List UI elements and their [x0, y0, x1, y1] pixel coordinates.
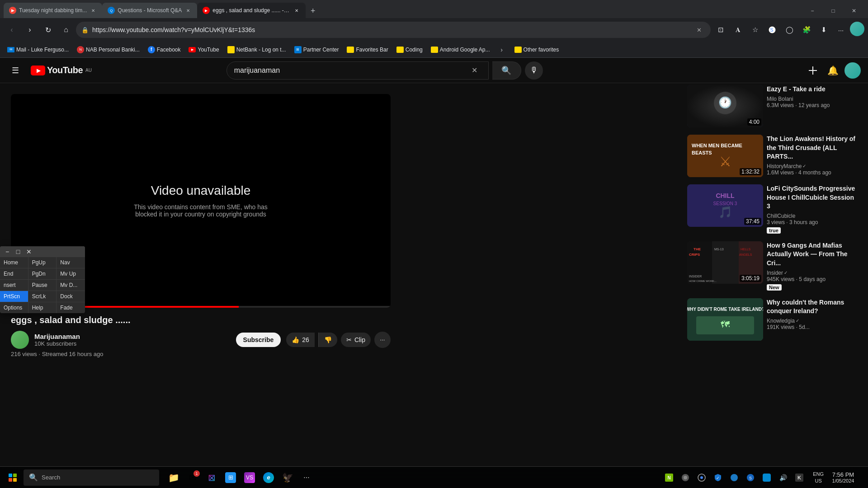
home-button[interactable]: ⌂ [58, 22, 74, 38]
taskbar-language[interactable]: ENG US [811, 471, 826, 484]
bookmark-android[interactable]: Android Google Ap... [427, 44, 494, 56]
taskbar-icon-store[interactable]: ⊠ [203, 469, 221, 487]
taskbar-icon-game[interactable]: 🦅 [278, 469, 297, 487]
popup-cell-home[interactable]: Home [0, 257, 28, 268]
bookmark-nab[interactable]: N NAB Personal Banki... [73, 44, 143, 56]
taskbar-clock[interactable]: 7:56 PM 1/05/2024 [827, 471, 859, 483]
tab-2[interactable]: Q Questions - Microsoft Q&A ✕ [102, 3, 197, 18]
bookmark-mail[interactable]: ✉ Mail - Luke Ferguso... [4, 44, 72, 56]
popup-cell-fade[interactable]: Fade [57, 302, 85, 313]
tab-1[interactable]: ▶ Tuesday night dabbing tim... ✕ [4, 3, 102, 18]
split-screen-button[interactable]: ⊡ [712, 22, 729, 38]
taskbar-icon-mail[interactable]: ✉ 1 [184, 469, 202, 487]
popup-cell-mvd[interactable]: Mv D... [57, 280, 85, 291]
taskbar-corner-button[interactable] [861, 469, 864, 487]
popup-cell-mvup[interactable]: Mv Up [57, 268, 85, 279]
sidebar-video-3[interactable]: CHILL SESSION 3 🎵 37:45 LoFi CitySounds … [685, 183, 861, 236]
tray-k-icon[interactable]: K [793, 471, 806, 484]
yt-notification-button[interactable]: 🔔 [825, 62, 841, 79]
refresh-button[interactable]: ↻ [40, 22, 56, 38]
address-clear-icon[interactable]: ✕ [697, 27, 702, 33]
bookmarks-more-button[interactable]: › [495, 43, 508, 56]
bookmark-partner[interactable]: ⊞ Partner Center [291, 44, 343, 56]
bookmark-other-favorites[interactable]: Other favorites [511, 44, 563, 56]
tray-defender-icon[interactable]: ✓ [712, 471, 724, 484]
minimize-button[interactable]: − [802, 4, 823, 18]
yt-search-clear-button[interactable]: ✕ [472, 66, 477, 75]
sidebar-video-2[interactable]: WHEN MEN BECAME BEASTS ⚔ 1:32:32 The Lio… [685, 133, 861, 179]
popup-cell-options[interactable]: Options [0, 302, 28, 313]
bookmark-coding[interactable]: Coding [393, 44, 426, 56]
bookmark-facebook[interactable]: f Facebook [144, 44, 184, 56]
read-aloud-button[interactable]: 𝐀 [730, 22, 746, 38]
channel-name[interactable]: Marijuanaman [34, 333, 231, 340]
popup-cell-insert[interactable]: nsert [0, 280, 28, 291]
tray-blue-icon-1[interactable] [728, 471, 741, 484]
more-options-button[interactable]: ··· [374, 332, 391, 348]
yt-search-input[interactable] [234, 66, 472, 75]
taskbar-search[interactable]: 🔍 Search [24, 469, 159, 486]
forward-button[interactable]: › [22, 22, 38, 38]
sidebar-video-5[interactable]: WHY DIDN'T ROME TAKE IRELAND? 🗺 Why coul… [685, 296, 861, 343]
yt-logo[interactable]: YouTube AU [31, 65, 92, 75]
popup-minimize[interactable]: − [4, 248, 11, 255]
tray-chrome-icon[interactable] [695, 471, 708, 484]
back-button[interactable]: ‹ [4, 22, 20, 38]
maximize-button[interactable]: □ [823, 4, 844, 18]
tab-1-close[interactable]: ✕ [90, 7, 97, 14]
yt-user-avatar[interactable] [844, 62, 861, 79]
popup-cell-help[interactable]: Help [28, 302, 57, 313]
popup-cell-dock[interactable]: Dock [57, 291, 85, 302]
collections-button[interactable]: ◯ [781, 22, 797, 38]
subscribe-button[interactable]: Subscribe [236, 333, 281, 347]
popup-cell-prtscn[interactable]: PrtScn [0, 291, 28, 302]
close-button[interactable]: ✕ [844, 4, 864, 18]
yt-search-box[interactable]: ✕ [226, 61, 489, 80]
popup-cell-nav[interactable]: Nav [57, 257, 85, 268]
tab-2-close[interactable]: ✕ [184, 7, 192, 14]
bookmark-netbank[interactable]: NetBank - Log on t... [224, 44, 290, 56]
popup-cell-pgup[interactable]: PgUp [28, 257, 57, 268]
dislike-button[interactable]: 👎 [318, 333, 337, 347]
taskbar-icon-file-explorer[interactable]: 📁 [165, 469, 183, 487]
settings-more-button[interactable]: ··· [833, 22, 849, 38]
address-input-wrapper[interactable]: 🔒 https://www.youtube.com/watch?v=yMolCU… [76, 22, 711, 38]
channel-avatar[interactable] [11, 331, 29, 349]
yt-mic-button[interactable]: 🎙 [525, 61, 543, 80]
start-button[interactable] [4, 469, 22, 487]
tab-3[interactable]: ▶ eggs , salad and sludge ...... - Yo...… [197, 3, 306, 18]
popup-close[interactable]: ✕ [25, 248, 33, 255]
taskbar-icon-terminal[interactable]: ⊞ [222, 469, 240, 487]
profile-button[interactable] [850, 22, 864, 36]
tab-3-close[interactable]: ✕ [293, 7, 300, 14]
extensions-button[interactable]: 🧩 [798, 22, 815, 38]
sidebar-video-4[interactable]: THE CRIPS MS-13 HELLS ANGELS INSIDER HOW… [685, 239, 861, 293]
like-button[interactable]: 👍 26 [286, 333, 315, 347]
new-tab-button[interactable]: + [306, 4, 320, 18]
tab-1-title: Tuesday night dabbing tim... [19, 7, 87, 14]
popup-cell-pgdn[interactable]: PgDn [28, 268, 57, 279]
clip-button[interactable]: ✂ Clip [341, 333, 371, 347]
popup-maximize[interactable]: □ [14, 248, 22, 255]
taskbar-icon-edge[interactable]: e [259, 469, 278, 487]
tray-blue-icon-2[interactable]: S [744, 471, 757, 484]
downloads-button[interactable]: ⬇ [816, 22, 832, 38]
tray-audio-icon[interactable] [679, 471, 692, 484]
shazam-button[interactable]: S [764, 22, 780, 38]
favorites-button[interactable]: ☆ [747, 22, 763, 38]
keyboard-popup[interactable]: − □ ✕ Home PgUp Nav End PgDn Mv Up nsert… [0, 246, 85, 313]
yt-create-button[interactable] [805, 62, 821, 79]
taskbar-icon-more[interactable]: ··· [297, 469, 316, 487]
tray-volume-icon[interactable]: 🔊 [777, 471, 789, 484]
bookmark-youtube[interactable]: ▶ YouTube [185, 44, 222, 56]
tray-blue-icon-3[interactable] [760, 471, 773, 484]
hamburger-menu-button[interactable]: ☰ [7, 62, 24, 79]
tray-nvidia-icon[interactable]: N [663, 471, 675, 484]
popup-cell-scrlk[interactable]: ScrLk [28, 291, 57, 302]
yt-search-button[interactable]: 🔍 [492, 61, 521, 80]
popup-cell-pause[interactable]: Pause [28, 280, 57, 291]
sidebar-video-1[interactable]: 🕐 4:00 Eazy E - Take a ride Milo Bolani … [685, 83, 861, 129]
popup-cell-end[interactable]: End [0, 268, 28, 279]
bookmark-favorites-bar[interactable]: Favorites Bar [343, 44, 392, 56]
taskbar-icon-vs[interactable]: VS [241, 469, 259, 487]
